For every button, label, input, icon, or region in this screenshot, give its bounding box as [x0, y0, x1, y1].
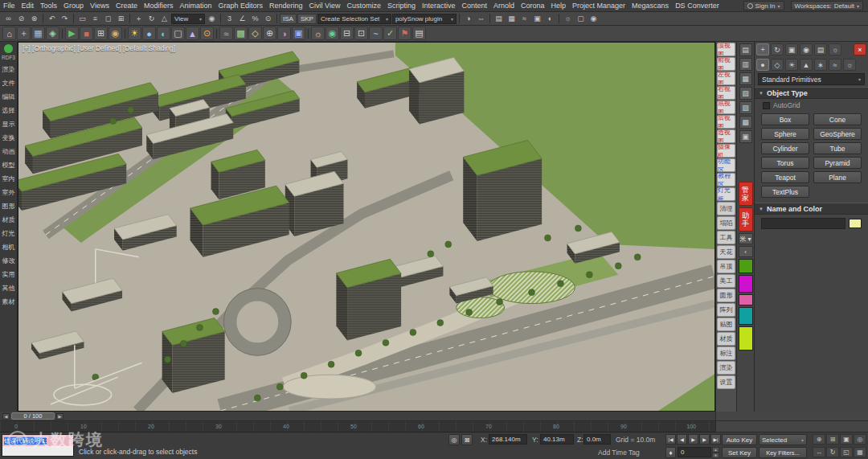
view-strip-button[interactable]: 摄像机	[717, 144, 735, 158]
view-strip-button[interactable]: 左视图	[717, 72, 735, 85]
schematic-view-icon[interactable]: ▣	[531, 13, 543, 24]
use-pivot-point-icon[interactable]: ◉	[206, 13, 218, 24]
view-strip-button[interactable]: 阵列	[717, 303, 735, 317]
assist-icon[interactable]: ▦	[739, 72, 752, 85]
assist-icon[interactable]: ▥	[739, 58, 752, 71]
object-type-button-sphere[interactable]: Sphere	[761, 128, 809, 140]
menu-views[interactable]: Views	[87, 0, 113, 11]
view-strip-button[interactable]: 后视图	[717, 115, 735, 129]
stop-script-icon[interactable]: ■	[80, 27, 93, 40]
menu-file[interactable]: File	[0, 0, 18, 11]
ribbon-icon[interactable]: ▦	[506, 13, 518, 24]
sun-light-icon[interactable]: ☀	[128, 27, 141, 40]
menu-tools[interactable]: Tools	[37, 0, 60, 11]
menu-megascans[interactable]: Megascans	[628, 0, 672, 11]
lights-category[interactable]: ☀	[785, 59, 798, 71]
window-crossing-icon[interactable]: ⊞	[115, 13, 127, 24]
grid-helper-icon[interactable]: ⊞	[94, 27, 108, 40]
object-type-button-pyramid[interactable]: Pyramid	[813, 157, 862, 169]
assistant-button[interactable]: 管家	[739, 182, 753, 206]
autogrid-checkbox[interactable]	[763, 102, 770, 109]
left-panel-item[interactable]: 材质	[1, 213, 17, 227]
sphere-icon[interactable]: ●	[142, 27, 156, 40]
menu-arnold[interactable]: Arnold	[490, 0, 518, 11]
menu-animation[interactable]: Animation	[176, 0, 215, 11]
selection-lock-icon[interactable]: ⊠	[461, 434, 473, 445]
assist-icon[interactable]: ▤	[739, 43, 752, 56]
view-strip-button[interactable]: 天花	[717, 245, 735, 259]
canopy[interactable]	[489, 272, 575, 304]
layer-manager-icon[interactable]: ▤	[493, 13, 505, 24]
view-strip-button[interactable]: 标注	[717, 346, 735, 360]
plane-icon[interactable]: ▢	[171, 27, 185, 40]
maxscript-mini-listener[interactable]: 错误代码说明 1:	[2, 434, 74, 457]
view-strip-button[interactable]: 教程区	[717, 173, 735, 186]
object-type-button-cylinder[interactable]: Cylinder	[761, 142, 809, 154]
object-type-button-torus[interactable]: Torus	[761, 157, 809, 169]
reference-coordinate-dropdown[interactable]: View▾	[171, 14, 205, 24]
workspaces-dropdown[interactable]: Workspaces: Default ▾	[791, 1, 863, 10]
assist-icon[interactable]: ▣	[739, 130, 752, 143]
key-mode-toggle[interactable]: ♦	[665, 447, 676, 458]
left-panel-item[interactable]: 模型	[1, 158, 17, 172]
view-strip-button[interactable]: 右视图	[717, 86, 735, 100]
view-strip-button[interactable]: 设置	[717, 375, 735, 389]
view-strip-button[interactable]: 顶视图	[717, 43, 735, 56]
assistant-button[interactable]: 助手	[739, 207, 753, 232]
object-color-swatch[interactable]	[849, 219, 862, 228]
spinner-down-icon[interactable]: ▼	[712, 453, 719, 458]
skp-button[interactable]: SKP	[297, 14, 317, 24]
render-small-icon[interactable]: ☼	[311, 27, 325, 40]
check-icon[interactable]: ✓	[383, 27, 397, 40]
left-panel-item[interactable]: 选择	[1, 104, 17, 117]
object-type-button-textplus[interactable]: TextPlus	[761, 186, 809, 198]
left-panel-item[interactable]: 室外	[1, 186, 17, 199]
mirror-tool-icon[interactable]: ◑	[277, 27, 291, 40]
teapot-icon[interactable]: ◉	[108, 27, 122, 40]
view-strip-button[interactable]: 吊顶	[717, 260, 735, 273]
trackbar[interactable]: 0102030405060708090100	[0, 421, 715, 432]
view-strip-button[interactable]: 美工	[717, 274, 735, 288]
isolate-selection-icon[interactable]: ◎	[448, 434, 460, 445]
listener-script-line[interactable]	[2, 446, 73, 456]
view-strip-button[interactable]: 前视图	[717, 57, 735, 71]
polysnow-plugin-dropdown[interactable]: polySnow plugin▾	[392, 14, 457, 24]
curve-editor-icon[interactable]: ≈	[518, 13, 530, 24]
snaps-toggle-icon[interactable]: 3	[223, 13, 235, 24]
systems-category[interactable]: ☼	[843, 59, 856, 71]
object-name-input[interactable]	[761, 218, 845, 229]
menu-content[interactable]: Content	[458, 0, 490, 11]
left-panel-item[interactable]: 室内	[1, 172, 17, 186]
left-panel-item[interactable]: 文件	[1, 76, 17, 90]
select-and-move-icon[interactable]: ＋	[133, 13, 145, 24]
left-panel-item[interactable]: 修改	[1, 254, 17, 268]
viewport-label[interactable]: [+] [Orthographic] [User Defined] [Defau…	[23, 44, 175, 52]
utilities-tab[interactable]: ☼	[829, 43, 841, 55]
angle-snap-icon[interactable]: ∠	[236, 13, 248, 24]
orbit-icon[interactable]: ↻	[826, 447, 839, 457]
time-slider-handle[interactable]: 0 / 100	[11, 412, 55, 420]
zoom-icon[interactable]: ⊕	[813, 434, 825, 445]
view-strip-button[interactable]: 塌陷	[717, 216, 735, 230]
color-swatch[interactable]	[739, 307, 753, 325]
axis-gizmo-icon[interactable]: ＋	[17, 27, 31, 40]
zoom-region-icon[interactable]: ◎	[854, 434, 866, 445]
menu-group[interactable]: Group	[60, 0, 87, 11]
view-strip-button[interactable]: 底视图	[717, 100, 735, 114]
name-color-rollout-header[interactable]: ▼ Name and Color	[755, 203, 868, 215]
wave-modifier-icon[interactable]: ≈	[219, 27, 233, 40]
collapse-icon[interactable]: ⊟	[340, 27, 354, 40]
color-swatch[interactable]	[739, 326, 753, 350]
curve-icon[interactable]: ~	[369, 27, 383, 40]
motion-tab[interactable]: ◉	[800, 43, 813, 55]
left-panel-item[interactable]: 图形	[1, 199, 17, 213]
align-tool-icon[interactable]: ⊕	[263, 27, 276, 40]
array-icon[interactable]: ▦	[31, 27, 45, 40]
menu-scripting[interactable]: Scripting	[384, 0, 419, 11]
menu-corona[interactable]: Corona	[518, 0, 548, 11]
zoom-all-icon[interactable]: ⊞	[826, 434, 839, 445]
select-by-name-icon[interactable]: ≡	[89, 13, 101, 24]
view-strip-button[interactable]: 灯光板	[717, 187, 735, 201]
menu-interactive[interactable]: Interactive	[419, 0, 459, 11]
view-strip-button[interactable]: 材质	[717, 332, 735, 346]
